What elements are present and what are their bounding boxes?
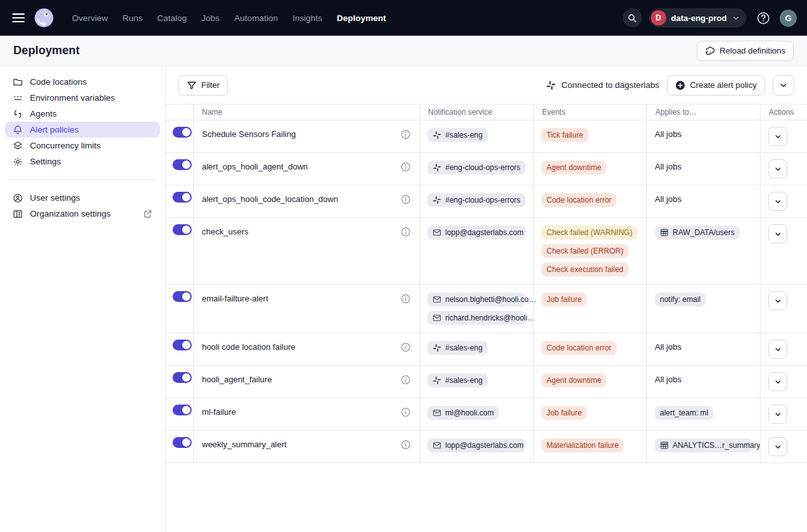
toggle-knob [182, 193, 190, 201]
sidebar-item-concurrency-limits[interactable]: Concurrency limits [5, 138, 160, 154]
info-icon[interactable] [401, 375, 411, 385]
filter-button[interactable]: Filter [178, 75, 228, 96]
policy-enabled-toggle[interactable] [173, 372, 192, 383]
sidebar-item-settings[interactable]: Settings [5, 154, 160, 169]
search-button[interactable] [623, 8, 642, 27]
applies-target-pill-label: alert_team: ml [660, 408, 708, 417]
notification-pill: #sales-eng [427, 128, 488, 142]
policy-name-cell: weekly_summary_alert [193, 431, 419, 463]
table-row: hooli_agent_failure#sales-engAgent downt… [166, 366, 807, 398]
actions-cell [760, 185, 807, 217]
table-row: check_userslopp@dagsterlabs.comCheck fai… [166, 218, 807, 285]
policy-name: weekly_summary_alert [202, 440, 287, 449]
nav-item-overview[interactable]: Overview [66, 10, 113, 27]
more-actions-dropdown-button[interactable] [773, 75, 794, 96]
row-actions-dropdown-button[interactable] [768, 192, 787, 211]
policy-enabled-toggle[interactable] [173, 224, 192, 235]
deployment-switcher[interactable]: D data-eng-prod [649, 8, 746, 27]
notification-pill-label: #eng-cloud-ops-errors [445, 196, 520, 205]
column-header-notification-service: Notification service [419, 104, 533, 120]
reload-definitions-button[interactable]: Reload definitions [697, 41, 794, 61]
nav-item-jobs[interactable]: Jobs [196, 10, 225, 27]
plus-circle-icon [675, 80, 685, 90]
main-panel: Filter Connected to dagsterlabs Create a… [166, 66, 807, 532]
applies-to-cell: All jobs [646, 153, 760, 185]
table-row: alert_ops_hooli_agent_down#eng-cloud-ops… [166, 153, 807, 185]
applies-target-pill-label: notify: email [660, 295, 701, 304]
sidebar-item-environment-variables[interactable]: Environment variables [5, 90, 160, 106]
create-alert-policy-button[interactable]: Create alert policy [667, 75, 765, 96]
hamburger-menu-icon[interactable] [10, 10, 27, 26]
policy-name: ml-failure [202, 407, 236, 417]
folder-icon [13, 77, 23, 87]
nav-item-insights[interactable]: Insights [287, 10, 328, 27]
bell-icon [13, 125, 23, 135]
sidebar-item-label: Concurrency limits [30, 141, 101, 150]
applies-to-cell: ANALYTICS…r_summary [646, 431, 760, 463]
event-badge-label: Agent downtime [546, 376, 601, 385]
toggle-knob [182, 226, 190, 234]
policy-enabled-toggle[interactable] [173, 291, 192, 302]
row-actions-dropdown-button[interactable] [768, 340, 787, 359]
help-button[interactable] [753, 8, 773, 27]
row-actions-dropdown-button[interactable] [768, 159, 787, 178]
chevron-down-icon [774, 133, 782, 141]
sidebar-item-label: Agents [30, 109, 57, 119]
policy-name: email-failture-alert [202, 294, 268, 303]
table-row: Schedule Sensors Failing#sales-engTick f… [166, 120, 807, 153]
policy-enabled-toggle[interactable] [173, 437, 192, 448]
notification-pill: lopp@dagsterlabs.com [427, 438, 525, 452]
info-icon[interactable] [401, 294, 411, 304]
info-icon[interactable] [401, 227, 411, 237]
policy-enabled-toggle[interactable] [173, 159, 192, 170]
sidebar-item-label: Alert policies [30, 125, 79, 134]
event-badge: Code location error [541, 193, 617, 207]
event-badge-label: Check failed (ERROR) [546, 247, 624, 255]
nav-item-automation[interactable]: Automation [229, 10, 283, 27]
nav-item-catalog[interactable]: Catalog [152, 10, 193, 27]
actions-cell [760, 366, 807, 398]
info-icon[interactable] [401, 342, 411, 352]
sidebar-item-label: Settings [30, 157, 61, 166]
event-badge-label: Job failure [546, 408, 582, 417]
primary-nav: OverviewRunsCatalogJobsAutomationInsight… [66, 10, 392, 27]
row-actions-dropdown-button[interactable] [768, 127, 787, 146]
row-actions-dropdown-button[interactable] [768, 405, 787, 424]
info-icon[interactable] [401, 194, 411, 205]
dagster-logo[interactable] [33, 7, 55, 29]
row-actions-dropdown-button[interactable] [768, 224, 787, 243]
user-avatar[interactable]: G [780, 10, 797, 27]
sidebar-item-agents[interactable]: Agents [5, 106, 160, 122]
column-header-toggle [166, 104, 193, 120]
policy-enabled-toggle[interactable] [173, 127, 192, 138]
reload-icon [705, 46, 715, 56]
info-icon[interactable] [401, 407, 411, 417]
row-actions-dropdown-button[interactable] [768, 291, 787, 310]
policy-name-cell: Schedule Sensors Failing [193, 120, 419, 152]
slack-icon [432, 343, 441, 352]
row-actions-dropdown-button[interactable] [768, 437, 787, 456]
policy-enabled-toggle[interactable] [173, 340, 192, 350]
sidebar-item-code-locations[interactable]: Code locations [5, 74, 160, 90]
policy-name: hooli code location failure [202, 342, 296, 352]
notification-pill: #sales-eng [427, 341, 488, 355]
info-icon[interactable] [401, 440, 411, 450]
email-icon [432, 313, 441, 322]
event-badge: Check failed (WARNING) [541, 226, 638, 240]
notification-service-cell: lopp@dagsterlabs.com [419, 218, 533, 284]
filter-icon [187, 80, 197, 90]
page-header: Deployment Reload definitions [0, 36, 807, 66]
deployment-name: data-eng-prod [671, 13, 727, 23]
notification-pill-label: ml@hooli.com [445, 408, 494, 417]
sidebar-item-user-settings[interactable]: User settings [5, 190, 160, 206]
info-icon[interactable] [401, 129, 411, 140]
policy-enabled-toggle[interactable] [173, 405, 192, 415]
policy-enabled-toggle[interactable] [173, 192, 192, 203]
nav-item-runs[interactable]: Runs [117, 10, 148, 27]
info-icon[interactable] [401, 162, 411, 172]
nav-item-deployment[interactable]: Deployment [331, 10, 392, 27]
sidebar-item-organization-settings[interactable]: Organization settings [5, 206, 160, 222]
row-actions-dropdown-button[interactable] [768, 372, 787, 391]
sidebar-item-alert-policies[interactable]: Alert policies [5, 122, 160, 138]
notification-service-cell: nelson.bighetti@hooli.co…richard.hendric… [419, 285, 533, 333]
